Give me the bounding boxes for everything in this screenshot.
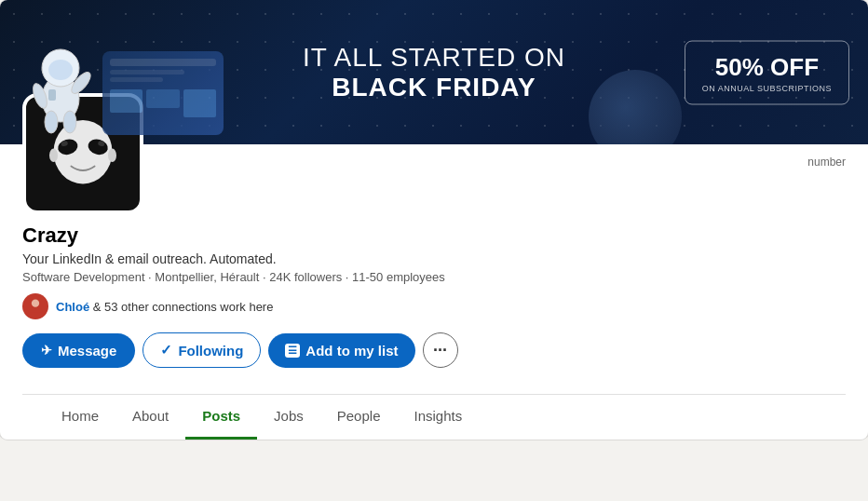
profile-info: Crazy Your LinkedIn & email outreach. Au… [22,144,846,394]
svg-point-6 [63,111,76,133]
nav-tabs: Home About Posts Jobs People Insights [22,394,846,440]
svg-point-15 [32,300,39,307]
connections-row: Chloé & 53 other connections work here [22,293,846,319]
following-button[interactable]: ✓ Following [142,332,261,368]
add-list-button[interactable]: ☰ Add to my list [268,333,414,368]
svg-point-13 [49,149,58,162]
message-button[interactable]: ✈ Message [22,333,135,368]
company-tagline: Your LinkedIn & email outreach. Automate… [22,251,846,266]
banner-line1: IT ALL STARTED ON [303,43,565,73]
following-label: Following [178,343,243,359]
svg-rect-7 [48,89,56,101]
company-name: Crazy [22,223,846,248]
actions-row: ✈ Message ✓ Following ☰ Add to my list ·… [22,332,846,368]
message-label: Message [58,343,116,359]
add-list-label: Add to my list [305,343,398,359]
svg-point-5 [45,111,58,133]
more-button[interactable]: ··· [423,332,458,368]
tab-home[interactable]: Home [45,395,115,440]
connection-avatar [22,293,48,319]
banner: IT ALL STARTED ON BLACK FRIDAY 50% OFF O… [0,0,868,144]
tab-posts[interactable]: Posts [185,395,257,440]
company-card: IT ALL STARTED ON BLACK FRIDAY 50% OFF O… [0,0,868,440]
banner-line2: BLACK FRIDAY [303,73,565,102]
tab-about[interactable]: About [115,395,185,440]
banner-text: IT ALL STARTED ON BLACK FRIDAY [303,43,565,102]
offer-sub: ON ANNUAL SUBSCRIPTIONS [702,83,832,92]
page-wrapper: IT ALL STARTED ON BLACK FRIDAY 50% OFF O… [0,0,868,440]
tab-people[interactable]: People [320,395,398,440]
banner-offer: 50% OFF ON ANNUAL SUBSCRIPTIONS [685,40,849,104]
svg-point-14 [108,149,116,162]
check-icon: ✓ [160,342,172,359]
connection-count: & 53 other connections work here [93,300,274,314]
svg-point-2 [48,60,73,80]
ellipsis-icon: ··· [433,341,447,360]
list-icon: ☰ [285,344,300,358]
astronaut-figure [23,29,98,144]
company-meta: Software Development · Montpellier, Héra… [22,270,846,284]
number-label: number [807,156,846,169]
profile-section: number Crazy Your LinkedIn & email outre… [0,144,868,440]
banner-device [102,51,224,135]
tab-jobs[interactable]: Jobs [257,395,320,440]
tab-insights[interactable]: Insights [397,395,479,440]
connections-text: Chloé & 53 other connections work here [56,300,273,314]
connection-name: Chloé [56,300,89,314]
send-icon: ✈ [41,343,52,358]
offer-percent: 50% OFF [702,52,832,81]
